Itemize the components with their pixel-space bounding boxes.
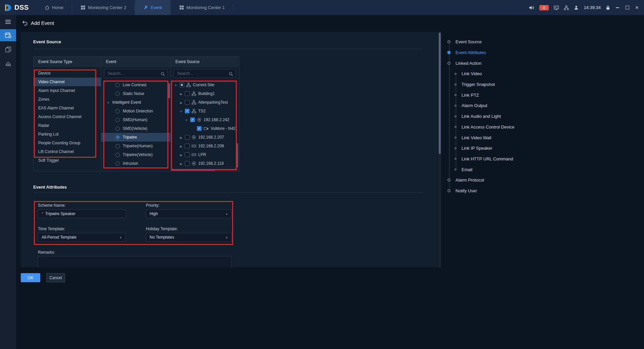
type-item-lift-control-channel[interactable]: Lift Control Channel <box>34 147 101 156</box>
sidebar-item-alarm-config[interactable] <box>0 57 16 69</box>
priority-select[interactable]: High <box>146 209 232 218</box>
tree-node-192-168-2-118[interactable]: 192.168.2.118 <box>171 159 238 168</box>
sitemap-icon[interactable] <box>564 5 569 10</box>
radio-icon[interactable] <box>115 83 120 87</box>
step-trigger-snapshot[interactable]: Trigger Snapshot <box>447 79 544 90</box>
expander-icon[interactable] <box>179 92 183 96</box>
menu-button[interactable] <box>0 16 16 27</box>
checkbox[interactable] <box>185 161 190 166</box>
checkbox[interactable] <box>185 144 190 148</box>
type-item-people-counting-group[interactable]: People Counting Group <box>34 139 101 147</box>
checkbox[interactable] <box>185 152 190 157</box>
radio-icon[interactable] <box>115 127 120 131</box>
checkbox[interactable] <box>197 126 202 131</box>
step-link-http-url-command[interactable]: Link HTTP URL Command <box>447 154 544 164</box>
expander-icon[interactable] <box>107 100 110 104</box>
step-link-video-wall[interactable]: Link Video Wall <box>447 132 544 143</box>
tab-monitoring-center-1[interactable]: Monitoring Center 1 <box>171 0 233 15</box>
radio-icon[interactable] <box>115 135 120 140</box>
sidebar-item-records[interactable] <box>0 43 16 55</box>
source-tree-hscrollbar[interactable] <box>171 168 238 171</box>
tree-node-192-168-2-242[interactable]: 192.168.2.242 <box>171 115 238 124</box>
speaker-icon[interactable] <box>529 5 534 10</box>
source-tree-scrollbar[interactable] <box>236 143 238 167</box>
type-item-eas-alarm-channel[interactable]: EAS Alarm Channel <box>34 104 101 112</box>
radio-icon[interactable] <box>115 118 120 122</box>
tree-node-ts2[interactable]: TS2 <box>171 107 238 115</box>
step-link-ip-speaker[interactable]: Link IP Speaker <box>447 143 544 154</box>
step-link-ptz[interactable]: Link PTZ <box>447 90 544 100</box>
type-item-radar[interactable]: Radar <box>34 121 101 130</box>
event-group-intelligent-event[interactable]: Intelligent Event <box>101 98 170 107</box>
type-item-access-control-channel[interactable]: Access Control Channel <box>34 112 101 121</box>
type-item-device[interactable]: Device <box>34 69 101 78</box>
user-icon[interactable] <box>574 5 579 10</box>
tab-home[interactable]: Home <box>36 0 72 15</box>
event-option-intrusion[interactable]: Intrusion <box>101 159 170 168</box>
radio-icon[interactable] <box>115 153 120 157</box>
type-item-soft-trigger[interactable]: Soft Trigger <box>34 156 101 165</box>
maximize-button[interactable] <box>625 5 630 10</box>
checkbox[interactable] <box>185 91 190 96</box>
type-item-video-channel[interactable]: Video Channel <box>34 78 101 86</box>
expander-icon[interactable] <box>179 153 183 157</box>
sidebar-item-event-config[interactable] <box>0 29 16 41</box>
tree-node-vumore-n42[interactable]: VuMore - N42 <box>171 124 238 133</box>
expander-icon[interactable] <box>185 118 188 122</box>
type-item-zones[interactable]: Zones <box>34 95 101 104</box>
back-icon[interactable] <box>22 20 28 26</box>
alarm-count-badge[interactable]: 0 <box>539 5 549 10</box>
event-option-motion-detection[interactable]: Motion Detection <box>101 107 170 115</box>
checkbox[interactable] <box>190 117 195 122</box>
expander-icon[interactable] <box>179 135 183 139</box>
hscroll-thumb[interactable] <box>171 169 215 171</box>
event-option-tripwire-vehicle[interactable]: Tripwire(Vehicle) <box>101 150 170 159</box>
step-event-attributes[interactable]: Event Attributes <box>447 47 544 58</box>
expander-icon[interactable] <box>179 161 183 165</box>
scheme-name-input[interactable]: * Tripwire Speaker <box>38 209 126 218</box>
event-option-tripwire[interactable]: Tripwire <box>101 133 170 142</box>
event-search-input[interactable] <box>104 71 167 76</box>
remarks-textarea[interactable] <box>38 256 232 267</box>
step-email[interactable]: Email <box>447 164 544 175</box>
expander-icon[interactable] <box>179 100 183 104</box>
radio-icon[interactable] <box>115 92 120 96</box>
checkbox[interactable] <box>185 100 190 105</box>
minimize-button[interactable] <box>615 5 620 10</box>
cancel-button[interactable]: Cancel <box>46 273 65 282</box>
event-option-static-noise[interactable]: Static Noise <box>101 89 170 98</box>
ok-button[interactable]: OK <box>21 273 40 282</box>
tree-node-building1[interactable]: Building1 <box>171 89 238 98</box>
checkbox[interactable] <box>185 109 190 113</box>
step-notify-user[interactable]: Notify User <box>447 186 544 196</box>
event-option-low-contrast[interactable]: Low Contrast <box>101 81 170 89</box>
step-alarm-output[interactable]: Alarm Output <box>447 100 544 111</box>
expander-icon[interactable] <box>179 109 183 113</box>
tab-monitoring-center-2[interactable]: Monitoring Center 2 <box>72 0 135 15</box>
panel-scrollbar[interactable] <box>438 32 441 267</box>
type-item-parking-lot[interactable]: Parking Lot <box>34 130 101 139</box>
source-search-input[interactable] <box>174 71 235 76</box>
step-alarm-protocol[interactable]: Alarm Protocol <box>447 175 544 186</box>
step-link-audio-and-light[interactable]: Link Audio and Light <box>447 111 544 122</box>
event-option-smd-human[interactable]: SMD(Human) <box>101 115 170 124</box>
tree-node-lpr[interactable]: LPR <box>171 150 238 159</box>
checkbox[interactable] <box>179 83 184 87</box>
tab-event[interactable]: Event <box>135 0 170 15</box>
screen-icon[interactable] <box>554 5 559 10</box>
checkbox[interactable] <box>185 135 190 140</box>
step-link-video[interactable]: Link Video <box>447 68 544 79</box>
tree-node-allenparkingtest[interactable]: AllenparkingTest <box>171 98 238 107</box>
type-item-alarm-input-channel[interactable]: Alarm Input Channel <box>34 86 101 95</box>
tree-node-current-site[interactable]: Current Site <box>171 81 238 89</box>
radio-icon[interactable] <box>115 144 120 148</box>
expander-icon[interactable] <box>174 83 177 87</box>
tree-node-192-168-2-207[interactable]: 192.168.2.207 <box>171 133 238 142</box>
radio-icon[interactable] <box>115 109 120 113</box>
event-list-scrollbar[interactable] <box>168 83 170 98</box>
time-template-select[interactable]: All-Period Template <box>38 233 126 242</box>
holiday-template-select[interactable]: No Templates <box>146 233 232 242</box>
panel-scrollbar-thumb[interactable] <box>439 33 441 154</box>
step-linked-action[interactable]: Linked Action <box>447 58 544 68</box>
tree-node-192-168-2-206[interactable]: 192.168.2.206 <box>171 142 238 150</box>
